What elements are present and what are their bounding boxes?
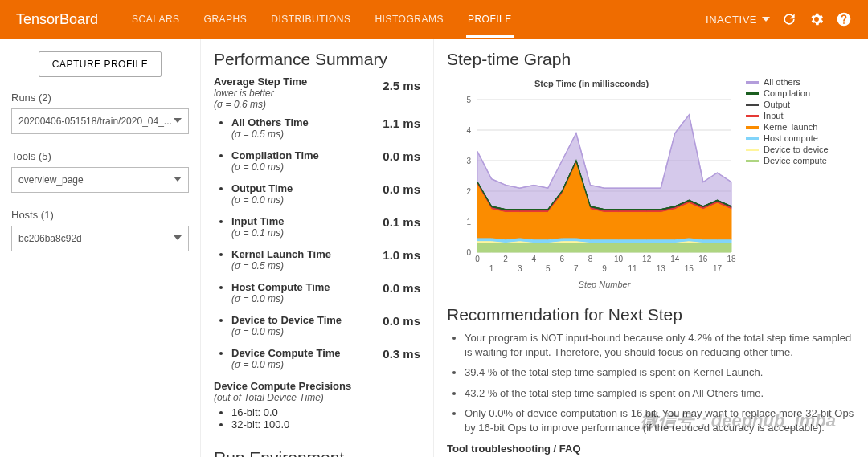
metric-item: Output Time(σ = 0.0 ms)0.0 ms [231,182,420,206]
legend-item: All others [746,77,829,87]
legend-label: Device compute [764,156,827,165]
recommendation-title: Recommendation for Next Step [447,305,855,324]
run-state-selector[interactable]: INACTIVE [706,14,770,26]
tools-label: Tools (5) [11,150,189,162]
metric-name: Host Compute Time [231,281,330,293]
settings-icon[interactable] [809,11,825,27]
metric-value: 0.0 ms [383,281,420,295]
legend-label: Device to device [764,145,829,154]
svg-text:7: 7 [574,264,579,273]
run-env-title: Run Environment [214,448,420,457]
svg-text:6: 6 [560,255,565,263]
svg-text:10: 10 [614,255,624,263]
recommendation-item: Only 0.0% of device computation is 16 bi… [465,406,855,435]
metric-value: 1.1 ms [383,116,420,130]
runs-select[interactable]: 20200406-051518/train/2020_04_... [11,108,189,134]
hosts-select[interactable]: bc206ba8c92d [11,226,189,251]
legend-label: Compilation [764,88,810,98]
metric-sigma: (σ = 0.0 ms) [231,359,341,370]
svg-text:5: 5 [546,264,551,273]
legend-item: Compilation [746,88,829,98]
metric-name: All Others Time [231,116,309,129]
refresh-icon[interactable] [781,11,797,27]
metric-item: Compilation Time(σ = 0.0 ms)0.0 ms [231,149,420,173]
caret-down-icon [762,17,770,22]
capture-profile-button[interactable]: CAPTURE PROFILE [39,51,162,77]
legend-label: All others [764,77,800,87]
legend-label: Input [764,111,783,120]
metric-value: 0.0 ms [383,149,420,163]
svg-text:9: 9 [602,264,607,273]
recommendation-item: 39.4 % of the total step time sampled is… [465,365,855,380]
tab-histograms[interactable]: HISTOGRAMS [373,1,444,38]
legend-swatch [746,137,759,140]
precision-item: 16-bit: 0.0 [231,406,420,418]
metric-item: Host Compute Time(σ = 0.0 ms)0.0 ms [231,281,420,304]
metric-item: Device to Device Time(σ = 0.0 ms)0.0 ms [231,314,420,337]
caret-down-icon [174,116,182,127]
metric-sigma: (σ = 0.0 ms) [231,161,319,173]
svg-text:13: 13 [657,264,666,273]
app-header: TensorBoard SCALARSGRAPHSDISTRIBUTIONSHI… [0,0,868,39]
legend-label: Kernel launch [764,122,817,132]
nav-tabs: SCALARSGRAPHSDISTRIBUTIONSHISTOGRAMSPROF… [130,1,706,38]
legend-item: Output [746,100,829,109]
metric-value: 0.0 ms [383,182,420,196]
svg-text:11: 11 [628,264,638,273]
hosts-label: Hosts (1) [11,209,189,221]
faq-link[interactable]: Tool troubleshooting / FAQ [447,443,855,455]
metric-value: 0.3 ms [383,347,420,361]
help-icon[interactable] [836,11,852,27]
metric-name: Device Compute Time [231,347,341,359]
svg-text:1: 1 [489,264,494,273]
metric-value: 0.1 ms [383,215,420,229]
runs-label: Runs (2) [11,92,189,104]
svg-text:4: 4 [466,126,471,135]
legend-label: Host compute [764,133,818,143]
svg-text:14: 14 [670,255,680,263]
metric-name: Kernel Launch Time [231,248,331,260]
legend-swatch [746,126,759,129]
precision-list: 16-bit: 0.032-bit: 100.0 [214,406,420,430]
svg-text:18: 18 [727,255,736,263]
precision-title: Device Compute Precisions [214,380,420,392]
chart-legend: All othersCompilationOutputInputKernel l… [746,75,829,292]
metric-value: 1.0 ms [383,248,420,262]
tab-distributions[interactable]: DISTRIBUTIONS [269,1,352,38]
recommendation-list: Your program is NOT input-bound because … [447,331,855,435]
svg-text:4: 4 [531,255,536,263]
metric-value: 0.0 ms [383,314,420,328]
legend-swatch [746,104,759,106]
tab-scalars[interactable]: SCALARS [130,1,182,38]
svg-text:1: 1 [466,218,471,226]
metric-name: Input Time [231,215,284,227]
perf-title: Performance Summary [214,50,420,69]
svg-text:3: 3 [466,157,471,165]
legend-swatch [746,160,759,162]
tab-graphs[interactable]: GRAPHS [203,1,249,38]
svg-text:0: 0 [475,255,480,263]
legend-item: Device to device [746,145,829,154]
avg-step-time-value: 2.5 ms [383,75,420,92]
recommendation-item: 43.2 % of the total step time sampled is… [465,386,855,401]
metric-item: Kernel Launch Time(σ = 0.5 ms)1.0 ms [231,248,420,271]
tools-select[interactable]: overview_page [11,167,189,193]
svg-text:12: 12 [642,255,652,263]
step-time-graph-title: Step-time Graph [447,50,855,69]
tab-profile[interactable]: PROFILE [466,1,514,38]
metric-name: Compilation Time [231,149,319,161]
avg-step-time-sub: lower is better [214,88,307,99]
performance-summary: Performance Summary Average Step Time lo… [201,39,434,457]
right-column: Step-time Graph Step Time (in millisecon… [434,39,868,457]
metric-sigma: (σ = 0.0 ms) [231,326,342,337]
logo: TensorBoard [16,11,98,28]
precision-item: 32-bit: 100.0 [231,418,420,430]
svg-text:Step Number: Step Number [579,280,632,289]
svg-text:2: 2 [466,187,471,196]
avg-step-time-title: Average Step Time [214,75,307,88]
caret-down-icon [174,233,182,244]
legend-swatch [746,149,759,151]
header-actions: INACTIVE [706,11,852,27]
legend-item: Kernel launch [746,122,829,132]
metric-name: Output Time [231,182,293,194]
